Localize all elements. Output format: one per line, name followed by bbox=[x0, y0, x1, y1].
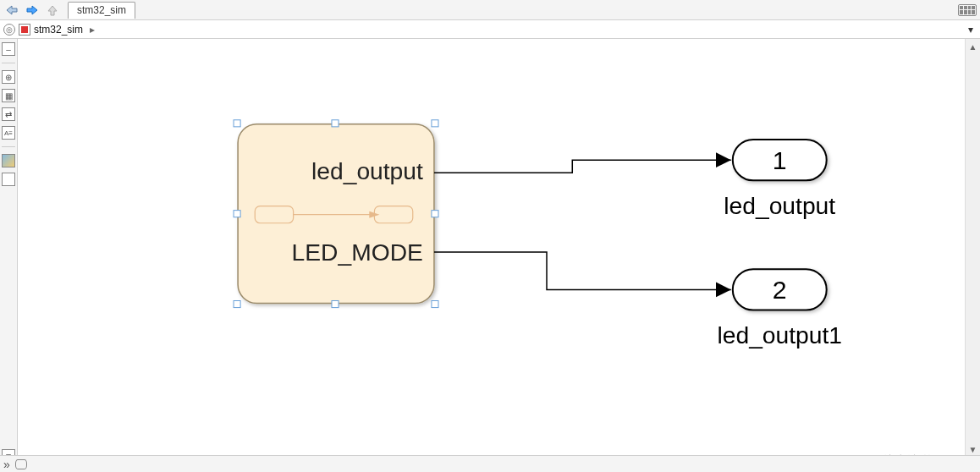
outport-1-number: 1 bbox=[773, 146, 787, 174]
outport-1-label: led_output bbox=[724, 192, 835, 219]
breadcrumb-bar: ◎ stm32_sim ▸ ▾ bbox=[0, 20, 980, 39]
svg-rect-12 bbox=[432, 301, 438, 308]
target-icon[interactable]: ◎ bbox=[3, 24, 15, 36]
zoom-in-icon[interactable]: ⊕ bbox=[2, 70, 15, 84]
signal-lines bbox=[434, 160, 731, 289]
left-toolbar: – ⊕ ▦ ⇄ A≡ ◙ bbox=[0, 39, 18, 472]
tool-hide-icon[interactable]: – bbox=[2, 42, 15, 56]
breadcrumb-root[interactable]: stm32_sim bbox=[34, 24, 83, 36]
tab-label: stm32_sim bbox=[77, 4, 126, 16]
database-icon[interactable] bbox=[15, 459, 27, 469]
scroll-up-icon[interactable]: ▲ bbox=[966, 39, 980, 54]
svg-rect-4 bbox=[238, 124, 434, 304]
work-area: – ⊕ ▦ ⇄ A≡ ◙ bbox=[0, 39, 980, 472]
outport-2[interactable]: 2 led_output1 bbox=[717, 269, 842, 349]
back-arrow-icon[interactable] bbox=[3, 3, 20, 18]
svg-rect-11 bbox=[332, 301, 339, 308]
chart-block[interactable]: led_output LED_MODE bbox=[234, 120, 438, 308]
svg-rect-10 bbox=[234, 301, 240, 308]
fit-view-icon[interactable]: ▦ bbox=[2, 89, 15, 102]
canvas-area: led_output LED_MODE 1 led_output bbox=[18, 39, 980, 472]
outport-1[interactable]: 1 led_output bbox=[724, 140, 835, 219]
block-port2-label: LED_MODE bbox=[292, 239, 423, 266]
svg-marker-2 bbox=[48, 6, 57, 15]
vertical-scrollbar[interactable]: ▲ ▼ bbox=[965, 39, 980, 457]
block-icon[interactable] bbox=[2, 173, 15, 186]
diagram-svg: led_output LED_MODE 1 led_output bbox=[18, 39, 965, 457]
svg-rect-9 bbox=[432, 211, 438, 217]
tab-model[interactable]: stm32_sim bbox=[68, 2, 135, 19]
footer-bar: » bbox=[0, 455, 980, 472]
up-arrow-icon[interactable] bbox=[44, 3, 61, 18]
svg-rect-7 bbox=[432, 120, 438, 127]
svg-marker-0 bbox=[7, 6, 17, 14]
top-nav-bar: stm32_sim bbox=[0, 0, 980, 20]
svg-marker-1 bbox=[27, 6, 37, 14]
outport-2-label: led_output1 bbox=[717, 321, 842, 349]
outport-2-number: 2 bbox=[773, 276, 787, 304]
annotation-icon[interactable]: A≡ bbox=[2, 126, 15, 140]
block-port1-label: led_output bbox=[311, 157, 423, 184]
expand-icon[interactable]: » bbox=[3, 458, 10, 471]
model-file-icon bbox=[19, 24, 30, 36]
svg-rect-5 bbox=[234, 120, 240, 127]
forward-arrow-icon[interactable] bbox=[24, 3, 41, 18]
keyboard-icon[interactable] bbox=[958, 4, 977, 16]
breadcrumb-dropdown-icon[interactable]: ▾ bbox=[965, 24, 977, 36]
svg-rect-6 bbox=[332, 120, 339, 127]
svg-rect-8 bbox=[234, 211, 240, 217]
breadcrumb-chevron-icon: ▸ bbox=[90, 24, 95, 36]
auto-arrange-icon[interactable]: ⇄ bbox=[2, 107, 15, 121]
image-icon[interactable] bbox=[2, 154, 15, 167]
model-canvas[interactable]: led_output LED_MODE 1 led_output bbox=[18, 39, 965, 457]
